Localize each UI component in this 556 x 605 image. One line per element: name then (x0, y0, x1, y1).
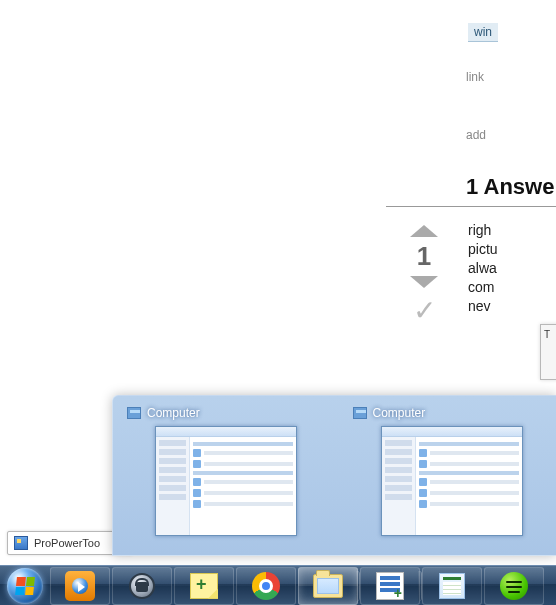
add-comment-link[interactable]: add (466, 128, 556, 142)
taskbar-file-explorer[interactable] (298, 567, 358, 605)
share-link[interactable]: link (466, 70, 556, 84)
preview-item[interactable]: Computer (353, 406, 543, 543)
spreadsheet-icon (439, 573, 465, 599)
right-column: win link add 1 Answe 1 ✓ righ pictu alwa… (466, 0, 556, 327)
taskbar-spreadsheet[interactable] (422, 567, 482, 605)
taskbar-music-player[interactable] (484, 567, 544, 605)
tooltip-app-icon (14, 536, 28, 550)
preview-title-text: Computer (373, 406, 426, 420)
sticky-note-icon (190, 573, 218, 599)
tag-row: win (466, 22, 556, 42)
upvote-button[interactable] (410, 225, 438, 237)
explorer-icon (353, 407, 367, 419)
tag-windows[interactable]: win (468, 23, 498, 42)
preview-title-text: Computer (147, 406, 200, 420)
answers-heading: 1 Answe (386, 174, 556, 207)
vote-column: 1 ✓ (406, 221, 442, 327)
taskbar-text-editor[interactable] (360, 567, 420, 605)
lock-icon (129, 573, 155, 599)
vote-score: 1 (406, 241, 442, 272)
answer-line: righ (468, 221, 556, 240)
preview-item[interactable]: Computer (127, 406, 317, 543)
tooltip-label: ProPowerToo (34, 537, 100, 549)
taskbar-media-player[interactable] (50, 567, 110, 605)
answer-text: righ pictu alwa com nev (468, 221, 556, 315)
taskbar (0, 565, 556, 605)
answer-line: alwa (468, 259, 556, 278)
preview-title-row: Computer (353, 406, 543, 420)
windows-orb-icon (7, 568, 43, 604)
downvote-button[interactable] (410, 276, 438, 288)
answer-block: 1 ✓ righ pictu alwa com nev (466, 221, 556, 315)
media-player-icon (65, 571, 95, 601)
answer-line: com (468, 278, 556, 297)
folder-icon (313, 574, 343, 598)
taskbar-chrome[interactable] (236, 567, 296, 605)
explorer-icon (127, 407, 141, 419)
preview-thumbnail[interactable] (155, 426, 297, 536)
taskbar-thumbnail-preview: Computer Computer (112, 395, 556, 556)
taskbar-sticky-notes[interactable] (174, 567, 234, 605)
floating-snippet: T (540, 324, 556, 380)
spotify-icon (500, 572, 528, 600)
chrome-icon (252, 572, 280, 600)
start-button[interactable] (2, 566, 48, 606)
answer-line: pictu (468, 240, 556, 259)
accept-check-icon[interactable]: ✓ (406, 294, 442, 327)
notepad-icon (376, 572, 404, 600)
preview-thumbnail[interactable] (381, 426, 523, 536)
taskbar-encryption[interactable] (112, 567, 172, 605)
answer-line: nev (468, 297, 556, 316)
preview-title-row: Computer (127, 406, 317, 420)
